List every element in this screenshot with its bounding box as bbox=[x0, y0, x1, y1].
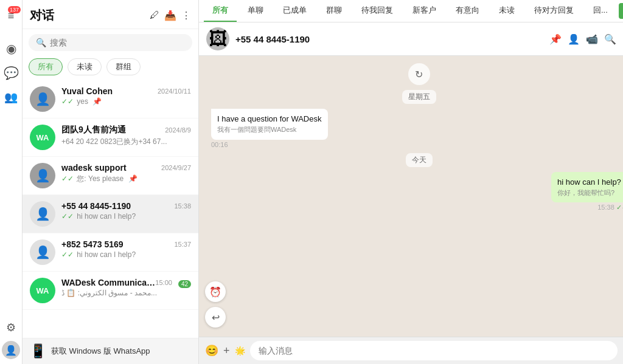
list-item[interactable]: 👤 +852 5473 5169 15:37 ✓✓ hi how can I h… bbox=[23, 233, 198, 272]
chat-window-header: 🖼 +55 44 8445-1190 📌 👤 📹 🔍 ⋮ bbox=[199, 22, 623, 56]
settings-icon: ⚙ bbox=[6, 321, 16, 334]
message-sub: 你好，我能帮忙吗? bbox=[557, 188, 621, 197]
avatar: 👤 bbox=[30, 201, 55, 227]
notification-badge: 137 bbox=[8, 6, 21, 13]
tick-icon: ✓✓ bbox=[61, 97, 74, 106]
pin-icon: 📌 bbox=[128, 174, 137, 183]
message-time: 15:38 ✓✓ bbox=[597, 204, 623, 211]
list-item[interactable]: 👤 +55 44 8445-1190 15:38 ✓✓ hi how can I… bbox=[23, 195, 198, 233]
date-divider: 星期五 bbox=[402, 90, 436, 104]
emoji-icon[interactable]: 😊 bbox=[205, 344, 218, 357]
search-chat-icon[interactable]: 🔍 bbox=[604, 33, 616, 45]
double-tick-icon: ✓✓ bbox=[616, 204, 623, 211]
chat-info: Yuval Cohen 2024/10/11 ✓✓ yes 📌 bbox=[61, 86, 191, 106]
status-icon: ◉ bbox=[6, 41, 16, 56]
tab-done[interactable]: 已成单 bbox=[274, 0, 315, 22]
filter-tab-unread[interactable]: 未读 bbox=[68, 58, 102, 75]
unread-badge: 42 bbox=[178, 280, 191, 288]
date-divider-today: 今天 bbox=[406, 153, 433, 167]
chat-info: +55 44 8445-1190 15:38 ✓✓ hi how can I h… bbox=[61, 201, 191, 221]
chat-items-list: 👤 Yuval Cohen 2024/10/11 ✓✓ yes 📌 WA 团队9… bbox=[23, 80, 198, 338]
chat-header-icons: 🖊 📥 ⋮ bbox=[150, 10, 191, 21]
tab-interested[interactable]: 有意向 bbox=[447, 0, 488, 22]
avatar: 👤 bbox=[30, 163, 55, 188]
contacts-button[interactable]: 👥 bbox=[0, 86, 22, 108]
search-icon: 🔍 bbox=[36, 38, 46, 47]
filter-tab-all[interactable]: 所有 bbox=[29, 58, 63, 75]
message-text: I have a question for WADesk bbox=[217, 114, 322, 125]
refresh-icon: ↻ bbox=[415, 69, 423, 80]
more-options-icon[interactable]: ⋮ bbox=[181, 10, 191, 21]
filter-tab-group[interactable]: 群组 bbox=[106, 58, 141, 75]
alarm-button[interactable]: ⏰ bbox=[205, 281, 226, 302]
pin-chat-icon[interactable]: 📌 bbox=[549, 33, 562, 45]
avatar: WA bbox=[30, 125, 55, 150]
chat-window-actions: 📌 👤 📹 🔍 ⋮ bbox=[549, 33, 623, 45]
list-item[interactable]: 👤 Yuval Cohen 2024/10/11 ✓✓ yes 📌 bbox=[23, 80, 198, 118]
contact-name: Yuval Cohen bbox=[61, 86, 113, 96]
chats-button[interactable]: 💬 bbox=[0, 62, 22, 84]
user-avatar[interactable]: 👤 bbox=[2, 341, 20, 359]
avatar: 👤 bbox=[30, 86, 55, 112]
incoming-message: I have a question for WADesk 我有一個問題要問WAD… bbox=[211, 109, 623, 148]
contact-name: WADesk Communicatio... bbox=[61, 278, 155, 287]
tick-icon: ✓✓ bbox=[61, 250, 74, 259]
pin-icon: 📌 bbox=[92, 97, 102, 106]
get-windows-whatsapp[interactable]: 📱 获取 Windows 版 WhatsApp bbox=[23, 338, 198, 364]
contact-name: +55 44 8445-1190 bbox=[61, 201, 131, 211]
chat-window-avatar: 🖼 bbox=[206, 27, 229, 50]
tab-new-customer[interactable]: 新客户 bbox=[404, 0, 445, 22]
action-button[interactable]: ↩ bbox=[205, 307, 226, 328]
tick-icon: ✓✓ bbox=[61, 174, 74, 183]
top-tabs: 所有 单聊 已成单 群聊 待我回复 新客户 有意向 未读 待对方回复 回... … bbox=[199, 0, 623, 22]
chat-info: wadesk support 2024/9/27 ✓✓ 您: Yes pleas… bbox=[61, 163, 191, 184]
chat-list-header: 对话 🖊 📥 ⋮ bbox=[23, 0, 198, 29]
contact-name: +852 5473 5169 bbox=[61, 239, 124, 249]
contact-name: wadesk support bbox=[61, 163, 127, 173]
chat-list-title: 对话 bbox=[30, 7, 150, 24]
attach-icon[interactable]: + bbox=[223, 345, 230, 357]
archive-icon[interactable]: 📥 bbox=[164, 10, 176, 21]
message-bubble: I have a question for WADesk 我有一個問題要問WAD… bbox=[211, 109, 328, 140]
message-time: 00:16 bbox=[211, 141, 228, 148]
contacts-icon: 👥 bbox=[4, 91, 18, 104]
tab-group[interactable]: 群聊 bbox=[318, 0, 350, 22]
tab-waiting[interactable]: 待对方回复 bbox=[526, 0, 582, 22]
settings-button[interactable]: ⚙ bbox=[0, 317, 22, 338]
floating-buttons: ⏰ ↩ bbox=[205, 281, 226, 328]
add-tab-button[interactable]: + bbox=[619, 3, 623, 19]
outgoing-message: hi how can I help? 你好，我能帮忙吗? 15:38 ✓✓ bbox=[211, 172, 623, 212]
tab-pending-reply[interactable]: 待我回复 bbox=[353, 0, 402, 22]
chat-window: 🖼 +55 44 8445-1190 📌 👤 📹 🔍 ⋮ ↻ 星期五 I hav… bbox=[199, 22, 623, 364]
chats-icon: 💬 bbox=[4, 66, 19, 80]
get-windows-label: 获取 Windows 版 WhatsApp bbox=[51, 346, 150, 357]
tab-unread[interactable]: 未读 bbox=[490, 0, 523, 22]
status-button[interactable]: ◉ bbox=[0, 38, 22, 60]
message-bubble: hi how can I help? 你好，我能帮忙吗? bbox=[551, 172, 623, 203]
video-call-icon[interactable]: 📹 bbox=[586, 33, 598, 45]
message-sub: 我有一個問題要問WADesk bbox=[217, 125, 322, 134]
avatar: WA bbox=[30, 278, 55, 303]
message-text: hi how can I help? bbox=[557, 177, 621, 188]
tab-all[interactable]: 所有 bbox=[204, 0, 237, 22]
list-item[interactable]: WA 团队9人售前沟通 2024/8/9 +64 20 422 0823已换为+… bbox=[23, 118, 198, 157]
refresh-button[interactable]: ↻ bbox=[408, 63, 430, 85]
chat-info: 团队9人售前沟通 2024/8/9 +64 20 422 0823已换为+34 … bbox=[61, 125, 191, 147]
search-bar[interactable]: 🔍 bbox=[29, 34, 192, 51]
menu-button[interactable]: ≡ 137 bbox=[0, 5, 22, 27]
left-sidebar: ≡ 137 ◉ 💬 👥 ⚙ 👤 bbox=[0, 0, 23, 364]
list-item[interactable]: WA WADesk Communicatio... 15:00 محمد - م… bbox=[23, 272, 198, 310]
add-contact-icon[interactable]: 👤 bbox=[568, 33, 580, 45]
filter-tabs: 所有 未读 群组 bbox=[23, 56, 198, 80]
search-input[interactable] bbox=[50, 38, 185, 47]
tab-more[interactable]: 回... bbox=[585, 0, 616, 22]
chat-input-bar: 😊 + 🌟 🎙 bbox=[199, 337, 623, 364]
sticker-icon[interactable]: 🌟 bbox=[235, 346, 245, 355]
new-chat-icon[interactable]: 🖊 bbox=[150, 10, 159, 21]
main-area: 所有 单聊 已成单 群聊 待我回复 新客户 有意向 未读 待对方回复 回... … bbox=[199, 0, 623, 364]
list-item[interactable]: 👤 wadesk support 2024/9/27 ✓✓ 您: Yes ple… bbox=[23, 157, 198, 195]
avatar: 👤 bbox=[30, 239, 55, 265]
tab-single[interactable]: 单聊 bbox=[239, 0, 272, 22]
message-input[interactable] bbox=[250, 341, 618, 360]
chat-contact-name: +55 44 8445-1190 bbox=[235, 34, 543, 44]
